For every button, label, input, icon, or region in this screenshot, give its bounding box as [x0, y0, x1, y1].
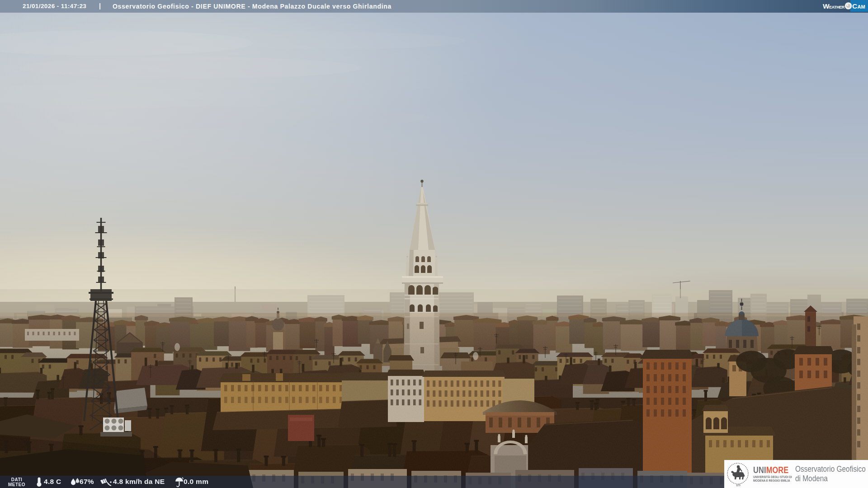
- svg-text:AM: AM: [858, 4, 865, 9]
- svg-text:EATHER: EATHER: [829, 5, 845, 9]
- svg-text:W: W: [823, 2, 830, 10]
- svg-text:C: C: [852, 2, 857, 10]
- svg-text:1175: 1175: [736, 484, 741, 487]
